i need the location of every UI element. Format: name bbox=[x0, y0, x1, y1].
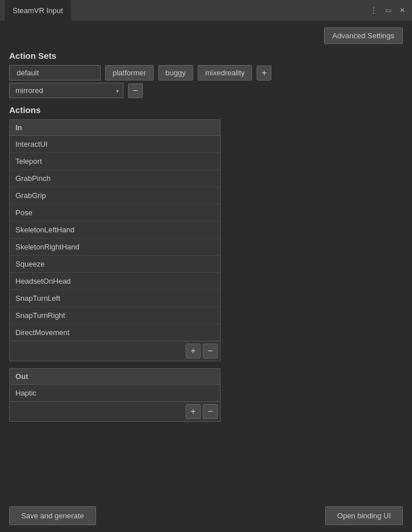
close-icon: ✕ bbox=[399, 6, 405, 14]
title-bar-left: SteamVR Input bbox=[5, 0, 71, 21]
action-sets-label: Action Sets bbox=[9, 51, 403, 61]
window-title: SteamVR Input bbox=[13, 6, 63, 15]
action-sets-row-1: default platformer buggy mixedreality + bbox=[9, 65, 403, 80]
more-vert-icon: ⋮ bbox=[370, 6, 377, 14]
maximize-button[interactable]: ▭ bbox=[383, 5, 394, 15]
in-actions-container: In InteractUI Teleport GrabPinch GrabGri… bbox=[9, 119, 221, 361]
list-item[interactable]: DirectMovement bbox=[10, 324, 220, 341]
remove-action-set-button[interactable]: − bbox=[128, 83, 143, 98]
open-binding-ui-button[interactable]: Open binding UI bbox=[325, 506, 403, 525]
minus-icon: − bbox=[133, 86, 138, 96]
list-item[interactable]: SnapTurnLeft bbox=[10, 290, 220, 307]
out-actions-list: Haptic bbox=[10, 385, 220, 401]
action-set-tag-mixedreality[interactable]: mixedreality bbox=[198, 65, 252, 80]
title-bar: SteamVR Input ⋮ ▭ ✕ bbox=[0, 0, 412, 21]
plus-icon: + bbox=[262, 68, 267, 78]
window-title-tab[interactable]: SteamVR Input bbox=[5, 0, 71, 21]
in-actions-footer: + − bbox=[10, 341, 220, 361]
more-options-button[interactable]: ⋮ bbox=[368, 5, 379, 15]
list-item[interactable]: GrabPinch bbox=[10, 170, 220, 187]
action-set-dropdown-wrapper: mirrored left_only right_only ▾ bbox=[9, 83, 123, 98]
remove-in-action-button[interactable]: − bbox=[203, 344, 218, 358]
advanced-settings-button[interactable]: Advanced Settings bbox=[324, 27, 403, 44]
action-sets-section: Action Sets default platformer buggy mix… bbox=[9, 51, 403, 98]
list-item[interactable]: Pose bbox=[10, 204, 220, 221]
top-bar: Advanced Settings bbox=[9, 27, 403, 44]
list-item[interactable]: GrabGrip bbox=[10, 187, 220, 204]
actions-section: Actions In InteractUI Teleport GrabPinch… bbox=[9, 105, 403, 493]
save-generate-button[interactable]: Save and generate bbox=[9, 506, 96, 525]
out-actions-container: Out Haptic + − bbox=[9, 368, 221, 422]
out-actions-footer: + − bbox=[10, 401, 220, 421]
main-window: SteamVR Input ⋮ ▭ ✕ Advanced Settings Ac… bbox=[0, 0, 412, 532]
actions-columns: In InteractUI Teleport GrabPinch GrabGri… bbox=[9, 119, 403, 493]
action-set-dropdown[interactable]: mirrored left_only right_only bbox=[9, 83, 123, 98]
list-item[interactable]: Squeeze bbox=[10, 256, 220, 273]
remove-out-action-button[interactable]: − bbox=[203, 404, 218, 419]
in-actions-list: InteractUI Teleport GrabPinch GrabGrip P… bbox=[10, 136, 220, 341]
list-item[interactable]: SkeletonRightHand bbox=[10, 239, 220, 256]
out-actions-group: Out Haptic + − bbox=[9, 368, 403, 422]
list-item[interactable]: Teleport bbox=[10, 153, 220, 170]
plus-icon: + bbox=[190, 346, 195, 356]
plus-icon: + bbox=[190, 406, 195, 417]
add-action-set-button[interactable]: + bbox=[257, 66, 271, 80]
list-item[interactable]: InteractUI bbox=[10, 136, 220, 153]
minus-icon: − bbox=[207, 406, 213, 417]
action-sets-row-2: mirrored left_only right_only ▾ − bbox=[9, 83, 403, 98]
in-actions-header: In bbox=[10, 120, 220, 136]
maximize-icon: ▭ bbox=[385, 6, 391, 14]
list-item[interactable]: Haptic bbox=[10, 385, 220, 401]
in-actions-group: In InteractUI Teleport GrabPinch GrabGri… bbox=[9, 119, 403, 361]
add-in-action-button[interactable]: + bbox=[186, 344, 201, 358]
close-button[interactable]: ✕ bbox=[397, 5, 407, 15]
list-item[interactable]: SnapTurnRight bbox=[10, 307, 220, 324]
action-set-default[interactable]: default bbox=[9, 65, 101, 80]
action-set-tag-buggy[interactable]: buggy bbox=[158, 65, 193, 80]
add-out-action-button[interactable]: + bbox=[186, 404, 201, 419]
out-actions-header: Out bbox=[10, 369, 220, 385]
main-content: Advanced Settings Action Sets default pl… bbox=[0, 21, 412, 499]
bottom-bar: Save and generate Open binding UI bbox=[0, 499, 412, 532]
list-item[interactable]: SkeletonLeftHand bbox=[10, 221, 220, 239]
actions-label: Actions bbox=[9, 105, 403, 115]
minus-icon: − bbox=[207, 346, 213, 356]
title-bar-controls: ⋮ ▭ ✕ bbox=[368, 5, 407, 15]
list-item[interactable]: HeadsetOnHead bbox=[10, 273, 220, 290]
action-set-tag-platformer[interactable]: platformer bbox=[105, 65, 154, 80]
